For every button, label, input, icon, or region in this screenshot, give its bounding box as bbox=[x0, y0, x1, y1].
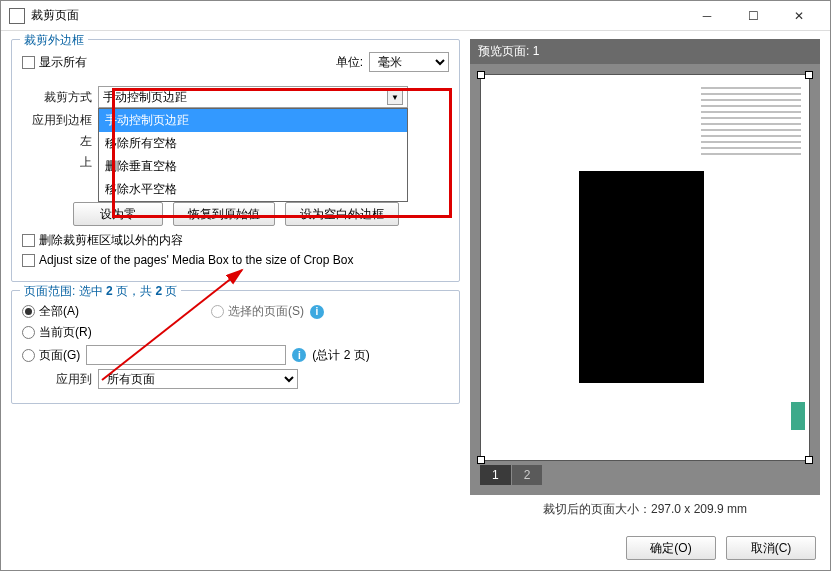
radio-all[interactable]: 全部(A) bbox=[22, 303, 79, 320]
resize-handle[interactable] bbox=[805, 456, 813, 464]
dropdown-option[interactable]: 手动控制页边距 bbox=[99, 109, 407, 132]
page-tab-2[interactable]: 2 bbox=[512, 465, 543, 485]
page-content-block bbox=[579, 171, 704, 383]
radio-pages-label: 页面(G) bbox=[39, 347, 80, 364]
left-label: 左 bbox=[22, 133, 92, 150]
group-title: 裁剪外边框 bbox=[20, 32, 88, 49]
page-range-group: 页面范围: 选中 2 页，共 2 页 全部(A) 选择的页面(S) i bbox=[11, 290, 460, 404]
radio-icon bbox=[22, 326, 35, 339]
dropdown-option[interactable]: 移除水平空格 bbox=[99, 178, 407, 201]
page-tab-1[interactable]: 1 bbox=[480, 465, 511, 485]
page-tabs: 1 2 bbox=[480, 465, 810, 485]
radio-selected-label: 选择的页面(S) bbox=[228, 303, 304, 320]
checkbox-icon bbox=[22, 234, 35, 247]
delete-outside-checkbox[interactable]: 删除裁剪框区域以外的内容 bbox=[22, 232, 183, 249]
apply-border-label: 应用到边框 bbox=[22, 112, 92, 129]
ok-button[interactable]: 确定(O) bbox=[626, 536, 716, 560]
app-icon bbox=[9, 8, 25, 24]
crop-method-dropdown: 手动控制页边距 移除所有空格 删除垂直空格 移除水平空格 bbox=[98, 108, 408, 202]
crop-method-label: 裁剪方式 bbox=[22, 89, 92, 106]
adjust-mediabox-checkbox[interactable]: Adjust size of the pages' Media Box to t… bbox=[22, 253, 353, 267]
chevron-down-icon: ▼ bbox=[387, 89, 403, 105]
resize-handle[interactable] bbox=[477, 456, 485, 464]
checkbox-icon bbox=[22, 254, 35, 267]
preview-header: 预览页面: 1 bbox=[470, 39, 820, 64]
crop-size-info: 裁切后的页面大小：297.0 x 209.9 mm bbox=[470, 495, 820, 524]
titlebar: 裁剪页面 ─ ☐ ✕ bbox=[1, 1, 830, 31]
maximize-button[interactable]: ☐ bbox=[730, 1, 776, 31]
preview-area: 1 2 bbox=[470, 64, 820, 495]
page-preview[interactable] bbox=[480, 74, 810, 461]
radio-current-label: 当前页(R) bbox=[39, 324, 92, 341]
info-icon[interactable]: i bbox=[310, 305, 324, 319]
pages-input[interactable] bbox=[86, 345, 286, 365]
radio-icon bbox=[22, 305, 35, 318]
total-pages-label: (总计 2 页) bbox=[312, 347, 369, 364]
info-icon[interactable]: i bbox=[292, 348, 306, 362]
close-button[interactable]: ✕ bbox=[776, 1, 822, 31]
adjust-mediabox-label: Adjust size of the pages' Media Box to t… bbox=[39, 253, 353, 267]
radio-icon bbox=[22, 349, 35, 362]
crop-method-select[interactable]: 手动控制页边距 ▼ bbox=[98, 86, 408, 108]
show-all-checkbox[interactable]: 显示所有 bbox=[22, 54, 87, 71]
cancel-button[interactable]: 取消(C) bbox=[726, 536, 816, 560]
restore-original-button[interactable]: 恢复到原始值 bbox=[173, 202, 275, 226]
crop-dialog: 裁剪页面 ─ ☐ ✕ 裁剪外边框 显示所有 单位: 毫米 bbox=[0, 0, 831, 571]
set-zero-button[interactable]: 设为零 bbox=[73, 202, 163, 226]
radio-icon bbox=[211, 305, 224, 318]
page-marker-icon bbox=[791, 402, 805, 430]
resize-handle[interactable] bbox=[805, 71, 813, 79]
crop-margins-group: 裁剪外边框 显示所有 单位: 毫米 裁剪方式 bbox=[11, 39, 460, 282]
radio-all-label: 全部(A) bbox=[39, 303, 79, 320]
set-blank-button[interactable]: 设为空白外边框 bbox=[285, 202, 399, 226]
delete-outside-label: 删除裁剪框区域以外的内容 bbox=[39, 232, 183, 249]
dropdown-option[interactable]: 移除所有空格 bbox=[99, 132, 407, 155]
group-title: 页面范围: 选中 2 页，共 2 页 bbox=[20, 283, 181, 300]
crop-method-value: 手动控制页边距 bbox=[103, 89, 187, 106]
page-text-preview bbox=[701, 87, 801, 448]
unit-label: 单位: bbox=[336, 54, 363, 71]
dropdown-option[interactable]: 删除垂直空格 bbox=[99, 155, 407, 178]
show-all-label: 显示所有 bbox=[39, 54, 87, 71]
minimize-button[interactable]: ─ bbox=[684, 1, 730, 31]
radio-pages[interactable]: 页面(G) bbox=[22, 347, 80, 364]
dialog-buttons: 确定(O) 取消(C) bbox=[1, 530, 830, 570]
apply-to-select[interactable]: 所有页面 bbox=[98, 369, 298, 389]
top-label: 上 bbox=[22, 154, 92, 171]
checkbox-icon bbox=[22, 56, 35, 69]
window-title: 裁剪页面 bbox=[31, 7, 684, 24]
apply-to-label: 应用到 bbox=[22, 371, 92, 388]
resize-handle[interactable] bbox=[477, 71, 485, 79]
radio-selected[interactable]: 选择的页面(S) bbox=[211, 303, 304, 320]
unit-select[interactable]: 毫米 bbox=[369, 52, 449, 72]
radio-current[interactable]: 当前页(R) bbox=[22, 324, 92, 341]
